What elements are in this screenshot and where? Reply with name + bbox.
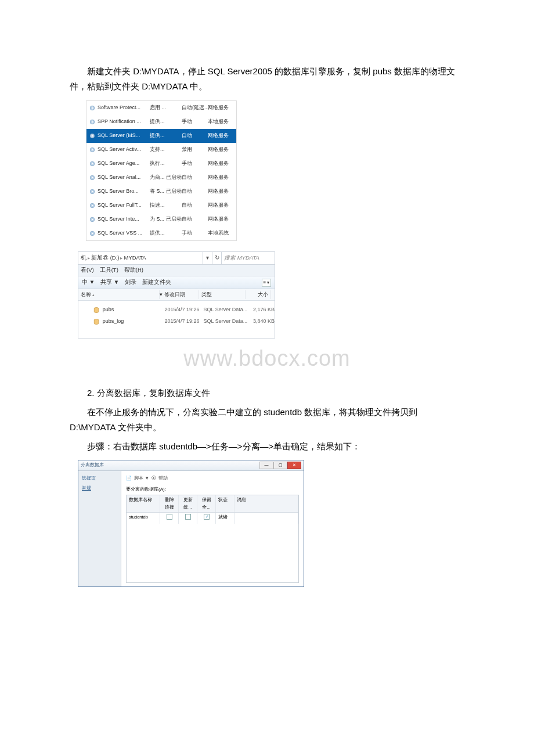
gear-icon xyxy=(89,202,96,209)
service-logon: 本地服务 xyxy=(208,117,234,126)
service-row[interactable]: SQL Server VSS ...提供...手动本地系统 xyxy=(86,226,236,240)
close-button[interactable]: ✕ xyxy=(287,462,301,469)
detach-database-dialog: 分离数据库 — ▢ ✕ 选择页 常规 📄 脚本 ▼ 🛈 帮助 要分离的数据库(A… xyxy=(78,460,304,588)
service-status: 已启动 xyxy=(166,187,182,196)
col-update-stats[interactable]: 更新统... xyxy=(179,495,197,513)
file-name: pubs_log xyxy=(103,317,165,326)
menu-help[interactable]: 帮助(H) xyxy=(124,265,143,275)
watermark-text: www.bdocx.com xyxy=(70,340,464,377)
gear-icon xyxy=(89,230,96,237)
service-desc: 提供... xyxy=(150,229,165,237)
col-db-name[interactable]: 数据库名称 xyxy=(127,495,160,513)
paragraph-2: 2. 分离数据库，复制数据库文件 xyxy=(70,386,464,401)
toolbar: 中 ▼ 共享 ▼ 刻录 新建文件夹 ≡ ▾ xyxy=(78,276,275,289)
explorer-window: 机 ▸ 新加卷 (D:) ▸ MYDATA ▾ ↻ 搜索 MYDATA 看(V)… xyxy=(78,251,275,339)
detach-grid: 数据库名称 删除连接 更新统... 保留全... 状态 消息 studentdb… xyxy=(126,495,299,584)
file-date: 2015/4/7 19:26 xyxy=(164,317,203,326)
svg-point-13 xyxy=(92,191,93,192)
svg-point-1 xyxy=(92,107,93,109)
script-icon: 📄 xyxy=(126,474,132,483)
dropdown-icon[interactable]: ▾ xyxy=(203,252,212,265)
refresh-icon[interactable]: ↻ xyxy=(212,252,221,265)
gear-icon xyxy=(89,188,96,195)
file-size: 2,176 KB xyxy=(250,305,275,314)
help-button[interactable]: 帮助 xyxy=(158,474,168,483)
col-name[interactable]: 名称▴ xyxy=(78,290,160,299)
address-bar[interactable]: 机 ▸ 新加卷 (D:) ▸ MYDATA ▾ ↻ 搜索 MYDATA xyxy=(78,252,275,265)
service-row[interactable]: SQL Server Inte...为 S...已启动自动网络服务 xyxy=(86,213,236,226)
file-type: SQL Server Data... xyxy=(204,317,250,326)
minimize-button[interactable]: — xyxy=(259,462,273,469)
service-name: Software Protect... xyxy=(98,103,150,112)
path-seg-computer[interactable]: 机 xyxy=(81,253,86,262)
database-file-icon xyxy=(92,318,100,326)
file-row[interactable]: pubs_log2015/4/7 19:26SQL Server Data...… xyxy=(78,316,275,327)
paragraph-1: 新建文件夹 D:\MYDATA，停止 SQL Server2005 的数据库引擎… xyxy=(70,64,464,93)
svg-point-17 xyxy=(92,219,93,220)
col-status[interactable]: 状态 xyxy=(216,495,234,513)
dialog-title: 分离数据库 xyxy=(81,461,104,469)
service-row[interactable]: SQL Server Activ...支持...禁用网络服务 xyxy=(86,143,236,157)
checkbox-keep-fulltext[interactable] xyxy=(204,514,210,520)
service-name: SQL Server Bro... xyxy=(98,187,150,196)
menu-tools[interactable]: 工具(T) xyxy=(100,265,118,275)
col-drop-conn[interactable]: 删除连接 xyxy=(160,495,179,513)
toolbar-burn[interactable]: 刻录 xyxy=(125,278,136,287)
service-startup: 手动 xyxy=(182,117,208,126)
service-row[interactable]: SQL Server FullT...快速...自动网络服务 xyxy=(86,199,236,213)
service-name: SQL Server VSS ... xyxy=(98,229,150,237)
service-row[interactable]: SQL Server (MS...提供...自动网络服务 xyxy=(86,129,236,143)
service-row[interactable]: Software Protect...启用 ...自动(延迟...网络服务 xyxy=(86,101,236,115)
path-seg-drive[interactable]: 新加卷 (D:) xyxy=(91,253,119,262)
checkbox-update-stats[interactable] xyxy=(185,514,191,520)
col-message[interactable]: 消息 xyxy=(234,495,298,513)
script-button[interactable]: 脚本 ▼ xyxy=(134,474,149,483)
service-row[interactable]: SPP Notification ...提供...手动本地服务 xyxy=(86,115,236,129)
toolbar-library[interactable]: 中 ▼ xyxy=(82,278,95,287)
path-seg-folder[interactable]: MYDATA xyxy=(124,253,146,262)
service-startup: 自动 xyxy=(182,131,208,140)
col-date[interactable]: ▾ 修改日期 xyxy=(160,290,199,299)
cell-status: 就绪 xyxy=(216,513,234,524)
service-name: SQL Server Inte... xyxy=(98,215,150,224)
col-keep-fulltext[interactable]: 保留全... xyxy=(197,495,216,513)
gear-icon xyxy=(89,105,96,111)
service-startup: 自动 xyxy=(182,201,208,210)
menu-view[interactable]: 看(V) xyxy=(81,265,94,275)
maximize-button[interactable]: ▢ xyxy=(273,462,287,469)
toolbar-share[interactable]: 共享 ▼ xyxy=(100,278,119,287)
service-startup: 自动(延迟... xyxy=(182,103,208,112)
view-mode-button[interactable]: ≡ ▾ xyxy=(262,279,271,287)
toolbar-newfolder[interactable]: 新建文件夹 xyxy=(142,278,171,287)
service-startup: 禁用 xyxy=(182,145,208,154)
service-desc: 支持... xyxy=(150,145,165,154)
service-startup: 手动 xyxy=(182,159,208,168)
service-startup: 自动 xyxy=(182,173,208,182)
service-name: SQL Server FullT... xyxy=(98,201,150,210)
service-row[interactable]: SQL Server Anal...为商...已启动自动网络服务 xyxy=(86,171,236,185)
col-type[interactable]: 类型 xyxy=(199,290,246,299)
help-icon: 🛈 xyxy=(151,474,156,483)
nav-general[interactable]: 常规 xyxy=(81,483,118,494)
service-status: 已启动 xyxy=(166,215,182,224)
svg-point-7 xyxy=(92,149,93,150)
service-desc: 启用 ... xyxy=(150,103,165,112)
service-row[interactable]: SQL Server Bro...将 S...已启动自动网络服务 xyxy=(86,185,236,199)
cell-db-name: studentdb xyxy=(127,513,160,524)
file-row[interactable]: pubs2015/4/7 19:26SQL Server Data...2,17… xyxy=(78,304,275,316)
file-date: 2015/4/7 19:26 xyxy=(164,305,203,314)
column-headers: 名称▴ ▾ 修改日期 类型 大小 xyxy=(78,289,275,301)
service-startup: 手动 xyxy=(182,229,208,237)
service-logon: 本地系统 xyxy=(208,229,234,237)
col-size[interactable]: 大小 xyxy=(246,290,271,299)
gear-icon xyxy=(89,118,96,125)
file-type: SQL Server Data... xyxy=(204,305,250,314)
service-logon: 网络服务 xyxy=(208,215,234,224)
service-startup: 自动 xyxy=(182,187,208,196)
gear-icon xyxy=(89,160,96,167)
service-row[interactable]: SQL Server Age...执行...手动网络服务 xyxy=(86,157,236,171)
gear-icon xyxy=(89,216,96,223)
search-input[interactable]: 搜索 MYDATA xyxy=(221,252,275,265)
grid-row[interactable]: studentdb 就绪 xyxy=(127,513,298,524)
checkbox-drop-conn[interactable] xyxy=(167,514,172,520)
